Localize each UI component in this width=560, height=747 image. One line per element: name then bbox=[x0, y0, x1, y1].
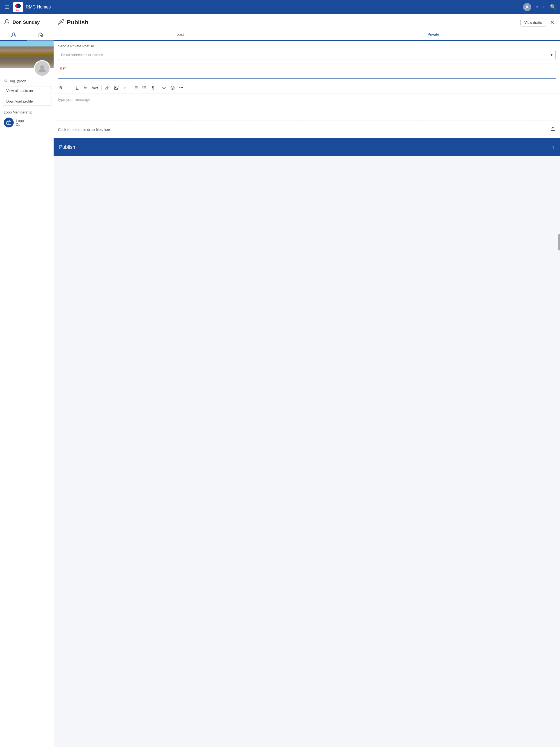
view-drafts-button[interactable]: View drafts bbox=[520, 19, 546, 27]
loop-sub: Op bbox=[16, 123, 24, 127]
publish-tabs: post Private bbox=[54, 29, 560, 41]
title-input-bar[interactable] bbox=[58, 71, 556, 79]
add-icon[interactable]: + bbox=[542, 4, 545, 10]
svg-text:MAX: MAX bbox=[16, 9, 19, 11]
profile-tag-row: Tag @don bbox=[0, 77, 54, 84]
profile-header: Don Sunday bbox=[0, 14, 54, 29]
main-content: Don Sunday bbox=[0, 14, 560, 747]
loop-name: Loop bbox=[16, 119, 24, 123]
scrollbar-thumb bbox=[558, 234, 560, 251]
publish-title-row: Publish bbox=[58, 19, 88, 26]
loop-text: Loop Op bbox=[16, 119, 24, 127]
message-area[interactable]: type your message... bbox=[54, 94, 560, 121]
send-to-label: Send a Private Post To bbox=[58, 44, 556, 48]
close-button[interactable]: ✕ bbox=[549, 18, 556, 27]
brand-logo: RE MAX bbox=[13, 2, 23, 12]
unordered-list-button[interactable] bbox=[140, 84, 149, 91]
file-drop-area[interactable]: Click to select or drop files here bbox=[54, 121, 560, 138]
publish-title: Publish bbox=[67, 19, 88, 26]
font-size-button[interactable]: A: bbox=[81, 84, 89, 91]
brand-name: RMC Homes bbox=[26, 5, 520, 9]
svg-point-26 bbox=[171, 86, 175, 90]
svg-point-23 bbox=[143, 86, 143, 87]
font-family-button[interactable]: Aa▾ bbox=[90, 84, 100, 91]
code-button[interactable]: <> bbox=[160, 84, 168, 91]
toolbar-divider-3 bbox=[158, 85, 158, 91]
send-to-row: Send a Private Post To ▾ bbox=[54, 41, 560, 63]
link-button[interactable]: 🔗 bbox=[103, 84, 111, 91]
profile-person-icon bbox=[4, 19, 10, 26]
avatar-chevron-icon[interactable]: ▾ bbox=[536, 5, 538, 9]
bold-button[interactable]: B bbox=[57, 84, 65, 91]
file-drop-text: Click to select or drop files here bbox=[58, 127, 111, 132]
profile-name: Don Sunday bbox=[12, 20, 40, 25]
title-label: Title* bbox=[58, 66, 556, 70]
publish-button[interactable]: Publish › bbox=[54, 138, 560, 156]
download-profile-button[interactable]: Download profile bbox=[3, 97, 51, 106]
tab-person[interactable] bbox=[0, 29, 27, 41]
search-icon[interactable]: 🔍 bbox=[550, 4, 557, 10]
svg-point-27 bbox=[172, 87, 172, 88]
format-toolbar: B i U A: Aa▾ 🔗 +: bbox=[54, 82, 560, 94]
toolbar-divider-1 bbox=[101, 85, 102, 91]
ordered-list-button[interactable]: 1 2 3 bbox=[131, 84, 140, 91]
message-placeholder: type your message... bbox=[58, 97, 94, 102]
profile-avatar-wrapper bbox=[0, 60, 54, 77]
tab-post[interactable]: post bbox=[54, 29, 307, 41]
profile-tabs bbox=[0, 29, 54, 41]
email-input-row[interactable]: ▾ bbox=[58, 50, 556, 60]
title-row: Title* bbox=[54, 63, 560, 82]
view-all-posts-button[interactable]: View all posts an bbox=[3, 86, 51, 95]
table-button[interactable]: +: bbox=[121, 84, 128, 91]
hamburger-icon[interactable]: ☰ bbox=[3, 3, 10, 11]
profile-panel: Don Sunday bbox=[0, 14, 54, 747]
svg-point-24 bbox=[143, 87, 143, 88]
more-button[interactable]: ••• bbox=[177, 84, 185, 91]
svg-point-25 bbox=[143, 88, 143, 89]
dropdown-chevron-icon[interactable]: ▾ bbox=[551, 52, 553, 57]
svg-text:3: 3 bbox=[134, 88, 134, 89]
svg-point-7 bbox=[12, 33, 15, 35]
publish-form: Send a Private Post To ▾ Title* B i U A: bbox=[54, 41, 560, 138]
svg-point-8 bbox=[40, 66, 44, 69]
tag-value: @don bbox=[17, 79, 26, 83]
top-navigation: ☰ RE MAX RMC Homes ▾ + 🔍 bbox=[0, 0, 560, 14]
upload-icon bbox=[550, 126, 556, 133]
italic-button[interactable]: i bbox=[65, 84, 73, 91]
loop-membership-label: Loop Membership bbox=[0, 107, 54, 116]
tab-home[interactable] bbox=[27, 29, 54, 41]
user-avatar[interactable] bbox=[523, 3, 531, 11]
emoji-button[interactable] bbox=[169, 84, 177, 91]
publish-button-label: Publish bbox=[59, 145, 75, 150]
svg-point-1 bbox=[15, 4, 18, 8]
tab-private[interactable]: Private bbox=[307, 29, 560, 41]
nav-right-actions: ▾ + 🔍 bbox=[523, 3, 557, 11]
underline-button[interactable]: U bbox=[73, 84, 81, 91]
tag-icon bbox=[4, 79, 8, 83]
svg-point-2 bbox=[19, 4, 21, 8]
loop-icon bbox=[4, 118, 14, 127]
profile-avatar[interactable] bbox=[34, 60, 50, 77]
feather-icon bbox=[58, 19, 64, 26]
svg-point-28 bbox=[173, 87, 174, 88]
publish-button-arrow-icon: › bbox=[552, 143, 555, 151]
svg-point-9 bbox=[5, 80, 5, 80]
image-button[interactable] bbox=[112, 84, 120, 91]
paragraph-button[interactable]: ¶ bbox=[149, 84, 157, 91]
publish-top-bar: Publish View drafts ✕ bbox=[54, 14, 560, 29]
loop-item[interactable]: Loop Op bbox=[0, 116, 54, 129]
publish-panel: Publish View drafts ✕ post Private Send … bbox=[54, 14, 560, 747]
email-input[interactable] bbox=[61, 53, 551, 57]
publish-actions: View drafts ✕ bbox=[520, 18, 556, 27]
tag-label: Tag bbox=[9, 79, 15, 83]
